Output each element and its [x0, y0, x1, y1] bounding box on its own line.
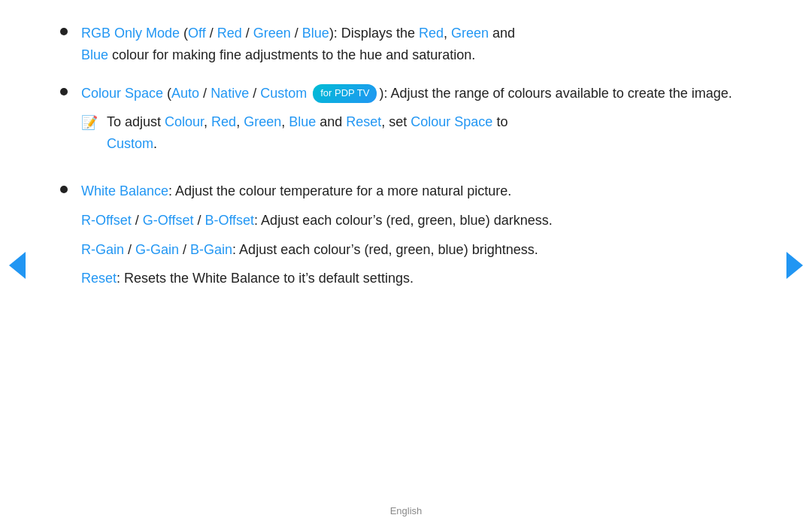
rgb-paren-close: ): Displays the — [329, 26, 419, 41]
cs-auto: Auto — [171, 86, 199, 101]
sub2-rest: : Adjust each colour’s (red, green, blue… — [232, 242, 538, 257]
rgb-slash1: / — [206, 26, 217, 41]
note-colour-space: Colour Space — [411, 114, 492, 129]
bullet-list: RGB Only Mode (Off / Red / Green / Blue)… — [60, 23, 737, 289]
note-comma2: , — [236, 114, 244, 129]
bullet-text-white-balance: White Balance: Adjust the colour tempera… — [81, 180, 737, 289]
bullet-item-colour-space: Colour Space (Auto / Native / Custom for… — [60, 83, 737, 164]
note-text: To adjust Colour, Red, Green, Blue and R… — [107, 111, 737, 155]
note-red: Red — [211, 114, 236, 129]
note-green: Green — [244, 114, 281, 129]
cs-paren-open: ( — [163, 86, 171, 101]
r-offset: R-Offset — [81, 213, 132, 228]
cs-native: Native — [211, 86, 249, 101]
wb-reset: Reset — [81, 271, 117, 286]
bullet-dot — [60, 28, 68, 35]
b-gain: B-Gain — [190, 242, 232, 257]
note-colour: Colour — [165, 114, 204, 129]
bullet-text-colour-space: Colour Space (Auto / Native / Custom for… — [81, 83, 737, 164]
cs-custom: Custom — [260, 86, 307, 101]
note-middle: , set — [381, 114, 411, 129]
rgb-blue2: Blue — [81, 47, 108, 62]
g-gain: G-Gain — [135, 242, 179, 257]
bullet-item-white-balance: White Balance: Adjust the colour tempera… — [60, 180, 737, 289]
sub2-slash1: / — [124, 242, 135, 257]
sub2-slash2: / — [179, 242, 190, 257]
note-and: and — [316, 114, 346, 129]
note-reset: Reset — [346, 114, 381, 129]
wb-rest: : Adjust the colour temperature for a mo… — [168, 183, 511, 198]
footer-language: English — [390, 505, 423, 516]
rgb-green: Green — [253, 26, 291, 41]
note-icon: 📝 — [81, 112, 98, 134]
note-custom: Custom — [107, 136, 153, 151]
bullet-text-rgb: RGB Only Mode (Off / Red / Green / Blue)… — [81, 23, 737, 66]
cs-slash1: / — [199, 86, 211, 101]
wb-sub2: R-Gain / G-Gain / B-Gain: Adjust each co… — [81, 239, 737, 261]
rgb-slash2: / — [242, 26, 253, 41]
rgb-paren-open: ( — [180, 26, 188, 41]
sub1-rest: : Adjust each colour’s (red, green, blue… — [254, 213, 553, 228]
note-comma3: , — [281, 114, 289, 129]
nav-arrow-right[interactable] — [786, 252, 803, 279]
r-gain: R-Gain — [81, 242, 124, 257]
rgb-comma: , — [444, 26, 451, 41]
bullet-item-rgb: RGB Only Mode (Off / Red / Green / Blue)… — [60, 23, 737, 66]
rgb-green2: Green — [451, 26, 489, 41]
b-offset: B-Offset — [205, 213, 254, 228]
sub1-slash1: / — [132, 213, 143, 228]
pdp-tv-badge: for PDP TV — [313, 84, 377, 103]
white-balance-label: White Balance — [81, 183, 168, 198]
rgb-blue: Blue — [302, 26, 329, 41]
bullet-dot-2 — [60, 88, 68, 95]
note-item: 📝 To adjust Colour, Red, Green, Blue and… — [81, 111, 737, 155]
note-to: to — [492, 114, 508, 129]
rgb-rest: colour for making fine adjustments to th… — [108, 47, 475, 62]
rgb-and: and — [489, 26, 515, 41]
wb-sub1: R-Offset / G-Offset / B-Offset: Adjust e… — [81, 210, 737, 232]
bullet-dot-3 — [60, 186, 68, 193]
rgb-off: Off — [188, 26, 206, 41]
nav-arrow-left[interactable] — [9, 252, 26, 279]
cs-paren-close: ): Adjust the range of colours available… — [379, 86, 732, 101]
note-comma1: , — [204, 114, 211, 129]
sub3-rest: : Resets the White Balance to it’s defau… — [117, 271, 414, 286]
rgb-red2: Red — [419, 26, 444, 41]
rgb-slash3: / — [291, 26, 302, 41]
colour-space-label: Colour Space — [81, 86, 163, 101]
g-offset: G-Offset — [143, 213, 194, 228]
note-period: . — [153, 136, 157, 151]
wb-sub3: Reset: Resets the White Balance to it’s … — [81, 268, 737, 289]
rgb-only-mode-label: RGB Only Mode — [81, 26, 180, 41]
note-blue: Blue — [289, 114, 316, 129]
page-content: RGB Only Mode (Off / Red / Green / Blue)… — [0, 0, 812, 530]
sub1-slash2: / — [193, 213, 205, 228]
cs-slash2: / — [249, 86, 260, 101]
rgb-red: Red — [217, 26, 242, 41]
note-before: To adjust — [107, 114, 165, 129]
